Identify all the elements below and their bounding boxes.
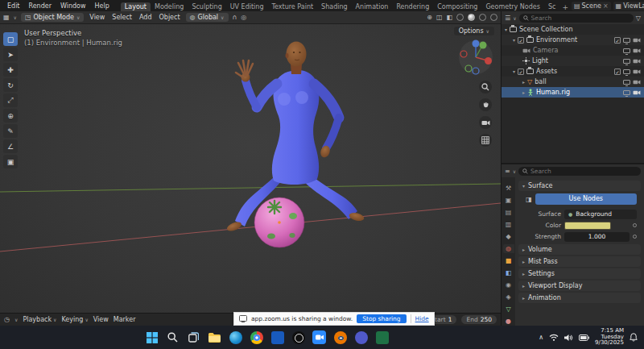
tool-properties-tab[interactable]: ⚒ <box>503 184 514 193</box>
surface-section-header[interactable]: ▾ Surface <box>518 181 641 191</box>
outliner-search[interactable] <box>519 14 634 23</box>
shading-wireframe-icon[interactable] <box>456 14 464 21</box>
tab-sculpting[interactable]: Sculpting <box>188 2 225 11</box>
menu-select[interactable]: Select <box>110 14 134 21</box>
disclosure-icon[interactable]: ▾ <box>513 37 515 43</box>
view-menu[interactable]: View <box>93 316 109 323</box>
menu-object[interactable]: Object <box>158 14 182 21</box>
disable-render-icon[interactable] <box>633 37 641 44</box>
collection-checkbox-icon[interactable]: ✓ <box>518 37 524 44</box>
hidden-icons-chevron-icon[interactable]: ∧ <box>539 334 543 341</box>
xray-toggle-icon[interactable]: ◧ <box>446 14 452 21</box>
render-properties-tab[interactable]: ▣ <box>503 196 514 205</box>
keying-menu[interactable]: Keying∨ <box>62 316 89 323</box>
editor-type-icon[interactable]: ▦ <box>3 14 10 21</box>
material-properties-tab[interactable]: ● <box>503 317 514 326</box>
cursor-tool[interactable]: ➤ <box>3 48 18 61</box>
modifiers-properties-tab[interactable]: ◧ <box>503 268 514 277</box>
outliner-row-camera[interactable]: Camera <box>502 45 644 56</box>
keyframe-dot-icon[interactable] <box>633 235 637 239</box>
excel-icon[interactable] <box>374 329 390 346</box>
hide-viewport-icon[interactable] <box>623 69 630 74</box>
playback-menu[interactable]: Playback∨ <box>23 316 56 323</box>
hide-viewport-icon[interactable] <box>623 80 630 85</box>
scene-selector[interactable]: ▤ Scene × <box>572 2 611 10</box>
tab-shading[interactable]: Shading <box>317 2 352 11</box>
outliner-row-light[interactable]: Light <box>502 56 644 66</box>
wifi-icon[interactable] <box>549 334 559 341</box>
hide-viewport-icon[interactable] <box>623 59 630 64</box>
outliner-row-human-rig[interactable]: ▸ Human.rig <box>502 87 644 98</box>
tab-texture-paint[interactable]: Texture Paint <box>267 2 317 11</box>
physics-properties-tab[interactable]: ◉ <box>503 280 514 289</box>
stop-sharing-button[interactable]: Stop sharing <box>357 314 406 323</box>
disclosure-icon[interactable]: ▸ <box>522 89 525 95</box>
hide-viewport-icon[interactable] <box>623 38 630 43</box>
shading-material-icon[interactable] <box>479 14 486 21</box>
volume-section-header[interactable]: ▸ Volume <box>518 244 641 255</box>
tab-uv-editing[interactable]: UV Editing <box>226 2 268 11</box>
chrome-icon[interactable] <box>248 329 265 346</box>
scale-tool[interactable]: ⤢ <box>3 93 18 107</box>
zoom-app-icon[interactable] <box>311 329 328 346</box>
disclosure-icon[interactable]: ▸ <box>522 79 525 85</box>
scene-unlink-icon[interactable]: × <box>603 2 609 10</box>
taskbar-clock[interactable]: 7:15 AM Tuesday 9/30/2025 <box>595 328 624 347</box>
move-tool[interactable]: ✚ <box>3 63 18 77</box>
color-swatch[interactable] <box>564 222 611 230</box>
disable-render-icon[interactable] <box>633 48 641 54</box>
disclosure-icon[interactable]: ▾ <box>513 69 515 74</box>
marker-menu[interactable]: Marker <box>114 316 136 323</box>
transform-orientation-dropdown[interactable]: ◍ Global ∨ <box>186 13 229 22</box>
notifications-bell-icon[interactable] <box>630 333 638 342</box>
zoom-button[interactable] <box>479 81 492 93</box>
exclude-checkbox-icon[interactable]: ✓ <box>614 37 621 44</box>
mist-pass-section-header[interactable]: ▸ Mist Pass <box>518 256 641 267</box>
properties-search[interactable] <box>518 167 641 176</box>
shading-rendered-icon[interactable] <box>490 14 497 21</box>
overlays-toggle-icon[interactable]: ◫ <box>436 14 443 21</box>
tab-geometry-nodes[interactable]: Geometry Nodes <box>481 2 543 11</box>
mode-dropdown[interactable]: ◳ Object Mode ∨ <box>21 13 84 22</box>
surface-shader-dropdown[interactable]: ● Background <box>564 210 637 219</box>
use-nodes-button[interactable]: Use Nodes <box>535 193 637 205</box>
viewport-3d[interactable]: User Perspective (1) Environment | Human… <box>0 24 501 313</box>
timeline-editor-icon[interactable]: ◷ <box>4 316 10 323</box>
hide-viewport-icon[interactable] <box>623 90 630 95</box>
search-button[interactable] <box>164 329 181 346</box>
viewlayer-properties-tab[interactable]: ▥ <box>503 220 514 229</box>
options-dropdown[interactable]: Options ∨ <box>454 27 494 35</box>
animation-section-header[interactable]: ▸ Animation <box>518 293 641 303</box>
tab-animation[interactable]: Animation <box>352 2 393 11</box>
disable-render-icon[interactable] <box>633 58 641 64</box>
outliner-row-assets[interactable]: ▾ ✓ Assets ✓ <box>502 66 644 77</box>
outliner-editor-icon[interactable]: ☰ <box>505 15 510 22</box>
volume-icon[interactable] <box>564 334 573 342</box>
gizmos-toggle-icon[interactable]: ⊕ <box>427 14 432 21</box>
hide-banner-link[interactable]: Hide <box>415 315 429 322</box>
properties-editor-icon[interactable]: ≡ <box>505 168 510 175</box>
hide-viewport-icon[interactable] <box>623 48 630 53</box>
menu-edit[interactable]: Edit <box>3 2 24 10</box>
select-box-tool[interactable]: ▢ <box>3 32 18 46</box>
disable-render-icon[interactable] <box>633 79 641 85</box>
transform-tool[interactable]: ⊕ <box>3 109 18 123</box>
disable-render-icon[interactable] <box>633 69 641 75</box>
outliner-row-ball[interactable]: ▸ ▽ ball <box>502 77 644 87</box>
viewlayer-selector[interactable]: ▦ ViewLayer × <box>613 2 644 10</box>
viewport-display-section-header[interactable]: ▸ Viewport Display <box>518 280 641 291</box>
menu-view[interactable]: View <box>88 14 106 21</box>
menu-window[interactable]: Window <box>56 2 90 10</box>
outliner-row-environment[interactable]: ▾ ✓ Environment ✓ <box>502 35 644 45</box>
add-workspace-icon[interactable]: + <box>559 3 571 11</box>
menu-help[interactable]: Help <box>91 2 114 10</box>
tab-rendering[interactable]: Rendering <box>392 2 433 11</box>
tab-compositing[interactable]: Compositing <box>433 2 481 11</box>
disable-render-icon[interactable] <box>633 89 641 96</box>
tab-modeling[interactable]: Modeling <box>151 2 188 11</box>
teams-icon[interactable] <box>353 329 369 346</box>
blender-app-icon[interactable] <box>332 329 349 346</box>
battery-icon[interactable] <box>579 334 589 341</box>
world-properties-tab[interactable]: ◍ <box>503 244 514 253</box>
file-explorer-icon[interactable] <box>206 329 223 346</box>
